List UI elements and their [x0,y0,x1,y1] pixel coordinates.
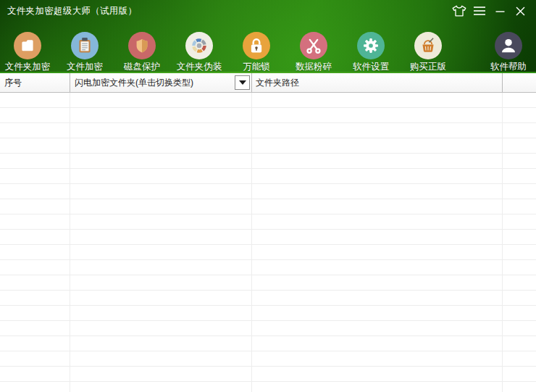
column-header-encrypt-type[interactable]: 闪电加密文件夹(单击切换类型) [70,73,252,92]
toolbar-button-settings[interactable]: 软件设置 [346,22,395,73]
table-row[interactable] [0,382,536,392]
table-cell [503,93,536,108]
table-cell [0,169,70,184]
toolbar-button-buy[interactable]: 购买正版 [403,22,453,73]
gear-icon [357,32,385,59]
table-row[interactable] [0,351,536,367]
table-cell [503,184,536,199]
table-cell [252,123,503,138]
table-row[interactable] [0,184,536,199]
minimize-button[interactable] [490,1,510,20]
table-body[interactable] [0,93,536,392]
toolbar-button-folder-encrypt[interactable]: 文件夹加密 [3,22,52,73]
table-cell [70,367,252,382]
table-cell [503,154,536,169]
table-cell [70,245,252,260]
table-cell [0,108,70,123]
table-row[interactable] [0,230,536,245]
table-cell [503,275,536,291]
minimize-icon [495,7,505,16]
table-cell [252,93,503,108]
toolbar-button-label: 软件设置 [353,61,389,73]
table-cell [0,382,70,392]
table-cell [70,275,252,291]
skin-button[interactable] [449,1,469,20]
table-cell [503,245,536,260]
table-row[interactable] [0,306,536,321]
table-row[interactable] [0,336,536,351]
table-cell [252,138,503,154]
table-cell [70,108,252,123]
type-dropdown-button[interactable] [235,75,250,90]
lock-icon [243,32,270,59]
table-row[interactable] [0,199,536,214]
table-row[interactable] [0,214,536,230]
toolbar-button-label: 文件加密 [67,61,103,73]
table-cell [0,336,70,351]
shirt-icon [452,5,466,17]
window-controls [449,1,536,20]
toolbar-button-universal-lock[interactable]: 万能锁 [232,22,281,73]
table-row[interactable] [0,154,536,169]
table-cell [0,306,70,321]
table-cell [0,260,70,275]
table-cell [252,199,503,214]
column-header-index[interactable]: 序号 [0,73,70,92]
toolbar-button-data-shred[interactable]: 数据粉碎 [289,22,338,73]
table-row[interactable] [0,321,536,336]
table-cell [503,260,536,275]
color-wheel-icon [185,32,213,59]
table-row[interactable] [0,245,536,260]
table-row[interactable] [0,275,536,291]
table-cell [0,230,70,245]
hamburger-menu-icon [473,6,486,16]
table-cell [252,154,503,169]
shield-icon [128,32,156,59]
table-row[interactable] [0,169,536,184]
table-cell [252,336,503,351]
close-button[interactable] [510,1,530,20]
table-cell [70,336,252,351]
titlebar[interactable]: 文件夹加密超级大师（试用版） [0,0,536,22]
table-row[interactable] [0,291,536,306]
table-cell [503,138,536,154]
table-cell [252,184,503,199]
dropdown-arrow-icon [239,80,246,85]
table-cell [0,123,70,138]
table-cell [0,275,70,291]
table-cell [0,351,70,367]
table-cell [503,123,536,138]
table-cell [70,154,252,169]
table-row[interactable] [0,93,536,108]
table-cell [70,291,252,306]
table-cell [252,275,503,291]
table-row[interactable] [0,108,536,123]
column-header-spacer [503,73,536,92]
toolbar-button-label: 万能锁 [243,61,270,73]
table-cell [503,336,536,351]
column-header-label: 闪电加密文件夹(单击切换类型) [75,77,193,89]
close-icon [516,7,525,16]
table-cell [252,321,503,336]
table-cell [252,169,503,184]
toolbar-button-label: 数据粉碎 [296,61,332,73]
table-cell [70,199,252,214]
table-header: 序号 闪电加密文件夹(单击切换类型) 文件夹路径 [0,73,536,93]
table-row[interactable] [0,367,536,382]
table-row[interactable] [0,123,536,138]
column-header-folder-path[interactable]: 文件夹路径 [252,73,503,92]
table-cell [503,108,536,123]
table-cell [0,367,70,382]
table-cell [0,199,70,214]
toolbar-button-label: 磁盘保护 [124,61,160,73]
toolbar-button-file-encrypt[interactable]: 文件加密 [60,22,109,73]
toolbar-button-help[interactable]: 软件帮助 [484,22,533,73]
table-row[interactable] [0,138,536,154]
table-cell [70,260,252,275]
table-cell [503,230,536,245]
toolbar-button-folder-disguise[interactable]: 文件夹伪装 [175,22,224,73]
table-cell [252,245,503,260]
toolbar-button-disk-protect[interactable]: 磁盘保护 [117,22,167,73]
table-row[interactable] [0,260,536,275]
menu-button[interactable] [469,1,490,20]
